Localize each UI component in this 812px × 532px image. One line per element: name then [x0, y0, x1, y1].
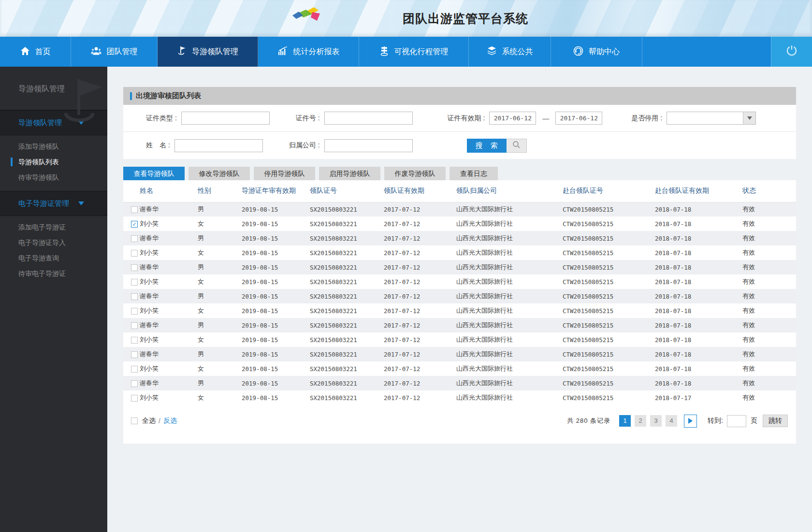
cell-review-valid: 2019-08-15: [242, 390, 310, 405]
row-checkbox[interactable]: [131, 380, 138, 387]
next-page-button[interactable]: [684, 415, 697, 428]
cert-type-input[interactable]: [181, 112, 270, 125]
table-row: ✓ 刘小笑 女 2019-08-15 SX20150803221 2017-07…: [123, 216, 796, 231]
cell-leader-cert-valid: 2017-07-12: [384, 231, 456, 245]
nav-item-home[interactable]: 首页: [0, 37, 71, 67]
cell-gender: 男: [198, 347, 242, 361]
row-checkbox[interactable]: [131, 264, 138, 271]
search-button[interactable]: 搜 索: [467, 139, 507, 153]
chart-icon: [277, 46, 288, 58]
row-checkbox[interactable]: [131, 351, 138, 358]
tab-enable-guide-leader[interactable]: 启用导游领队: [319, 167, 380, 180]
row-checkbox[interactable]: [131, 337, 138, 344]
date-to-input[interactable]: [555, 112, 602, 125]
guide-table: 姓名 性别 导游证年审有效期 领队证号 领队证有效期 领队归属公司 赴台领队证号…: [123, 180, 796, 405]
row-checkbox[interactable]: [131, 308, 138, 315]
col-taiwan-cert-valid: 赴台领队证有效期: [655, 180, 742, 202]
main-navbar: 首页 团队管理 导游领队管理 统计分析报表 可视化行程管理 系统公共 帮助中心: [0, 37, 812, 67]
row-checkbox[interactable]: [131, 250, 138, 257]
cell-taiwan-cert-valid: 2018-07-18: [655, 274, 742, 289]
name-input[interactable]: [174, 139, 263, 152]
sidebar-item-import-e-guide-cert[interactable]: 电子导游证导入: [0, 235, 107, 250]
cell-company: 山西光大国际旅行社: [456, 231, 563, 245]
flag-icon: [177, 46, 187, 58]
jump-button[interactable]: 跳转: [763, 415, 788, 427]
sidebar-item-add-e-guide-cert[interactable]: 添加电子导游证: [0, 219, 107, 235]
cell-name: 刘小笑: [140, 274, 198, 289]
cell-leader-cert-no: SX20150803221: [310, 245, 384, 260]
cell-leader-cert-valid: 2017-07-12: [384, 216, 456, 231]
cell-status: 有效: [742, 332, 796, 347]
cell-gender: 女: [198, 274, 242, 289]
cell-taiwan-cert-no: CTW20150805215: [563, 289, 655, 303]
logout-button[interactable]: [771, 37, 812, 67]
nav-item-visual-itinerary[interactable]: 可视化行程管理: [359, 37, 469, 67]
cell-taiwan-cert-valid: 2018-07-18: [655, 260, 742, 274]
tab-void-guide-leader[interactable]: 作废导游领队: [384, 167, 446, 180]
page-button-4[interactable]: 4: [666, 415, 677, 427]
row-checkbox[interactable]: [131, 322, 138, 329]
row-checkbox[interactable]: [131, 293, 138, 300]
tab-edit-guide-leader[interactable]: 修改导游领队: [188, 167, 250, 180]
sidebar-group-e-guide-cert[interactable]: 电子导游证管理: [0, 191, 107, 216]
row-checkbox[interactable]: [131, 206, 138, 213]
select-all-checkbox[interactable]: [131, 417, 138, 424]
cell-taiwan-cert-valid: 2018-07-18: [655, 332, 742, 347]
tab-disable-guide-leader[interactable]: 停用导游领队: [254, 167, 315, 180]
nav-item-team-management[interactable]: 团队管理: [71, 37, 158, 67]
nav-item-help-center[interactable]: 帮助中心: [551, 37, 642, 67]
search-icon-button[interactable]: [507, 139, 527, 153]
sidebar-item-pending-e-guide-cert[interactable]: 待审电子导游证: [0, 266, 107, 281]
layers-icon: [487, 46, 497, 58]
nav-item-system-public[interactable]: 系统公共: [469, 37, 551, 67]
date-from-input[interactable]: [489, 112, 536, 125]
cell-review-valid: 2019-08-15: [242, 303, 310, 318]
sidebar-item-guide-leader-list[interactable]: 导游领队列表: [0, 154, 107, 170]
sidebar-item-add-guide-leader[interactable]: 添加导游领队: [0, 139, 107, 154]
company-input[interactable]: [324, 139, 413, 152]
cell-company: 山西光大国际旅行社: [456, 245, 563, 260]
page-button-1[interactable]: 1: [619, 415, 631, 427]
nav-item-label: 可视化行程管理: [394, 47, 449, 57]
sidebar-item-query-e-guide[interactable]: 电子导游查询: [0, 250, 107, 266]
disabled-select[interactable]: [667, 112, 756, 125]
name-label: 姓 名 :: [146, 141, 170, 150]
tab-view-log[interactable]: 查看日志: [450, 167, 498, 180]
cell-name: 刘小笑: [140, 390, 198, 405]
page-button-3[interactable]: 3: [650, 415, 662, 427]
cell-name: 刘小笑: [140, 361, 198, 376]
cell-review-valid: 2019-08-15: [242, 289, 310, 303]
page-button-2[interactable]: 2: [635, 415, 646, 427]
cell-gender: 男: [198, 376, 242, 390]
panel-title: 出境游审核团队列表: [136, 91, 201, 101]
nav-item-label: 统计分析报表: [293, 47, 340, 57]
cell-name: 谢春华: [140, 231, 198, 245]
table-row: 谢春华 男 2019-08-15 SX20150803221 2017-07-1…: [123, 202, 796, 216]
row-checkbox[interactable]: [131, 235, 138, 242]
row-checkbox[interactable]: [131, 366, 138, 373]
row-checkbox[interactable]: [131, 395, 138, 402]
nav-item-stats-reports[interactable]: 统计分析报表: [258, 37, 359, 67]
row-checkbox[interactable]: [131, 279, 138, 286]
sidebar-group-items: 添加电子导游证 电子导游证导入 电子导游查询 待审电子导游证: [0, 216, 107, 287]
row-checkbox[interactable]: ✓: [131, 221, 138, 228]
tab-view-guide-leader[interactable]: 查看导游领队: [123, 167, 185, 180]
nav-item-guide-leader-management[interactable]: 导游领队管理: [158, 37, 258, 67]
cell-leader-cert-valid: 2017-07-12: [384, 347, 456, 361]
nav-item-label: 系统公共: [502, 47, 533, 57]
cert-no-input[interactable]: [324, 112, 413, 125]
goto-page-input[interactable]: [727, 415, 746, 427]
cell-status: 有效: [742, 318, 796, 332]
cell-leader-cert-no: SX20150803221: [310, 202, 384, 216]
cell-gender: 女: [198, 332, 242, 347]
cell-status: 有效: [742, 361, 796, 376]
sidebar-item-pending-guide-leader[interactable]: 待审导游领队: [0, 170, 107, 185]
invert-select-link[interactable]: 反选: [163, 417, 177, 425]
cell-gender: 男: [198, 289, 242, 303]
cell-status: 有效: [742, 376, 796, 390]
col-checkbox: [123, 180, 140, 202]
records-total: 共 280 条记录: [567, 417, 610, 425]
cell-company: 山西光大国际旅行社: [456, 390, 563, 405]
cell-gender: 女: [198, 303, 242, 318]
cell-leader-cert-valid: 2017-07-12: [384, 376, 456, 390]
